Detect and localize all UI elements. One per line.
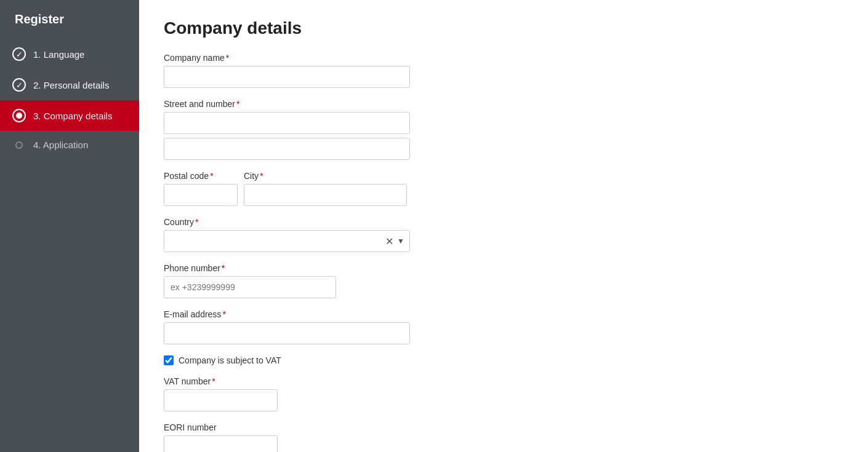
eori-group: EORI number (164, 422, 843, 452)
step-2-indicator: ✓ (12, 78, 26, 92)
required-star-7: * (222, 309, 225, 319)
required-star: * (226, 53, 229, 63)
eori-input[interactable] (164, 435, 278, 452)
step-3-label: 3. Company details (33, 111, 112, 121)
sidebar-item-application[interactable]: 4. Application (0, 131, 139, 159)
sidebar-item-company[interactable]: 3. Company details (0, 100, 139, 131)
street-input-2[interactable] (164, 138, 410, 160)
country-select-wrapper[interactable]: ✕ ▼ (164, 230, 410, 252)
step-3-indicator (12, 109, 26, 122)
company-name-input[interactable] (164, 66, 410, 88)
country-input[interactable] (169, 236, 385, 246)
sidebar: Register ✓ 1. Language ✓ 2. Personal det… (0, 0, 139, 452)
sidebar-item-personal[interactable]: ✓ 2. Personal details (0, 69, 139, 100)
street-group: Street and number* (164, 99, 843, 160)
country-label: Country* (164, 217, 843, 227)
step-2-label: 2. Personal details (33, 80, 109, 90)
required-star-8: * (212, 376, 215, 386)
country-dropdown-icon[interactable]: ▼ (397, 237, 404, 245)
postal-city-row: Postal code* City* (164, 171, 843, 206)
vat-number-input[interactable] (164, 389, 278, 411)
required-star-4: * (260, 171, 263, 181)
phone-group: Phone number* (164, 263, 843, 298)
vat-number-label: VAT number* (164, 376, 843, 386)
city-label: City* (244, 171, 407, 181)
city-input[interactable] (244, 184, 407, 206)
checkmark-icon: ✓ (16, 50, 23, 59)
required-star-5: * (195, 217, 198, 227)
phone-label: Phone number* (164, 263, 843, 273)
sidebar-item-language[interactable]: ✓ 1. Language (0, 39, 139, 69)
sidebar-title: Register (0, 0, 139, 39)
page-title: Company details (164, 18, 843, 38)
checkmark-icon-2: ✓ (16, 81, 23, 90)
main-content: Company details Company name* Street and… (139, 0, 868, 452)
required-star-6: * (222, 263, 225, 273)
street-label: Street and number* (164, 99, 843, 109)
eori-label: EORI number (164, 422, 843, 432)
vat-checkbox-row: Company is subject to VAT (164, 355, 843, 365)
vat-checkbox-label[interactable]: Company is subject to VAT (179, 355, 281, 365)
step-4-indicator (15, 141, 23, 149)
vat-number-group: VAT number* (164, 376, 843, 411)
required-star-3: * (210, 171, 213, 181)
step-1-label: 1. Language (33, 49, 84, 60)
postal-subgroup: Postal code* (164, 171, 238, 206)
street-input-1[interactable] (164, 112, 410, 134)
required-star-2: * (236, 99, 239, 109)
country-group: Country* ✕ ▼ (164, 217, 843, 252)
postal-city-group: Postal code* City* (164, 171, 843, 206)
active-dot (16, 113, 22, 119)
postal-code-input[interactable] (164, 184, 238, 206)
email-group: E-mail address* (164, 309, 843, 344)
email-input[interactable] (164, 322, 410, 344)
country-clear-icon[interactable]: ✕ (385, 236, 393, 247)
step-1-indicator: ✓ (12, 47, 26, 61)
company-name-group: Company name* (164, 53, 843, 88)
vat-checkbox[interactable] (164, 355, 174, 365)
city-subgroup: City* (244, 171, 407, 206)
company-name-label: Company name* (164, 53, 843, 63)
step-4-label: 4. Application (33, 140, 88, 150)
phone-input[interactable] (164, 276, 336, 298)
postal-label: Postal code* (164, 171, 238, 181)
email-label: E-mail address* (164, 309, 843, 319)
